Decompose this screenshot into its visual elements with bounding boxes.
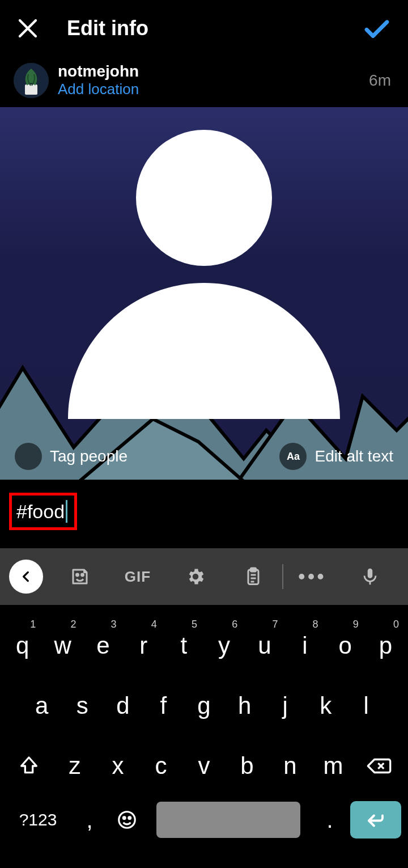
backspace-key[interactable] [355, 741, 403, 791]
key-i[interactable]: i8 [286, 621, 324, 671]
key-r[interactable]: r4 [125, 621, 163, 671]
mic-icon[interactable] [341, 548, 399, 605]
key-c[interactable]: c [141, 741, 181, 791]
key-u[interactable]: u7 [245, 621, 283, 671]
key-y[interactable]: y6 [205, 621, 243, 671]
key-t[interactable]: t5 [165, 621, 203, 671]
svg-point-16 [119, 812, 135, 828]
sticker-icon[interactable] [51, 548, 109, 605]
keyboard-toolbar: GIF ••• [0, 548, 408, 605]
key-h[interactable]: h [226, 681, 264, 731]
enter-key[interactable] [350, 801, 401, 839]
svg-rect-8 [251, 568, 256, 571]
svg-point-17 [123, 817, 125, 819]
caption-highlight: #food [9, 493, 77, 530]
caption-area: #food [0, 481, 408, 548]
key-a[interactable]: a [23, 681, 61, 731]
svg-point-5 [76, 574, 79, 576]
key-p[interactable]: p0 [367, 621, 405, 671]
comma-key[interactable]: , [73, 807, 107, 833]
svg-point-18 [129, 817, 131, 819]
key-b[interactable]: b [227, 741, 267, 791]
key-n[interactable]: n [270, 741, 311, 791]
confirm-icon[interactable] [362, 13, 392, 44]
username-label: notmejohn [58, 62, 369, 81]
header-bar: Edit info [0, 0, 408, 57]
post-timestamp: 6m [369, 71, 391, 90]
period-key[interactable]: . [313, 807, 347, 833]
key-s[interactable]: s [63, 681, 102, 731]
page-title: Edit info [67, 16, 362, 40]
key-v[interactable]: v [184, 741, 224, 791]
space-key[interactable] [156, 802, 300, 838]
settings-icon[interactable] [167, 548, 224, 605]
key-x[interactable]: x [97, 741, 138, 791]
svg-point-4 [136, 130, 272, 266]
shift-key[interactable] [5, 741, 53, 791]
onscreen-keyboard: q1w2e3r4t5y6u7i8o9p0 asdfghjkl zxcvbnm ?… [0, 605, 408, 860]
symbols-key[interactable]: ?123 [7, 810, 69, 829]
svg-rect-3 [25, 84, 37, 95]
collapse-toolbar-button[interactable] [9, 560, 43, 594]
key-w[interactable]: w2 [44, 621, 82, 671]
add-location-link[interactable]: Add location [58, 81, 369, 98]
more-icon[interactable]: ••• [283, 548, 341, 605]
key-l[interactable]: l [347, 681, 385, 731]
gif-button[interactable]: GIF [109, 548, 167, 605]
caption-input[interactable]: #food [16, 501, 65, 523]
key-k[interactable]: k [307, 681, 345, 731]
key-g[interactable]: g [185, 681, 223, 731]
key-m[interactable]: m [313, 741, 354, 791]
key-j[interactable]: j [266, 681, 304, 731]
key-o[interactable]: o9 [326, 621, 364, 671]
post-image[interactable]: Tag people Aa Edit alt text [0, 107, 408, 481]
key-z[interactable]: z [54, 741, 95, 791]
text-cursor [66, 500, 67, 523]
key-e[interactable]: e3 [84, 621, 122, 671]
person-icon [15, 443, 42, 470]
clipboard-icon[interactable] [224, 548, 282, 605]
tag-people-button[interactable]: Tag people [15, 443, 128, 470]
emoji-key[interactable] [110, 809, 144, 831]
key-d[interactable]: d [104, 681, 142, 731]
svg-rect-12 [368, 569, 373, 578]
author-row: notmejohn Add location 6m [0, 57, 408, 107]
image-overlay-row: Tag people Aa Edit alt text [0, 443, 408, 470]
key-q[interactable]: q1 [3, 621, 41, 671]
avatar[interactable] [14, 63, 49, 98]
close-icon[interactable] [16, 16, 40, 40]
svg-point-6 [82, 574, 84, 576]
key-f[interactable]: f [144, 681, 183, 731]
author-text: notmejohn Add location [58, 62, 369, 98]
